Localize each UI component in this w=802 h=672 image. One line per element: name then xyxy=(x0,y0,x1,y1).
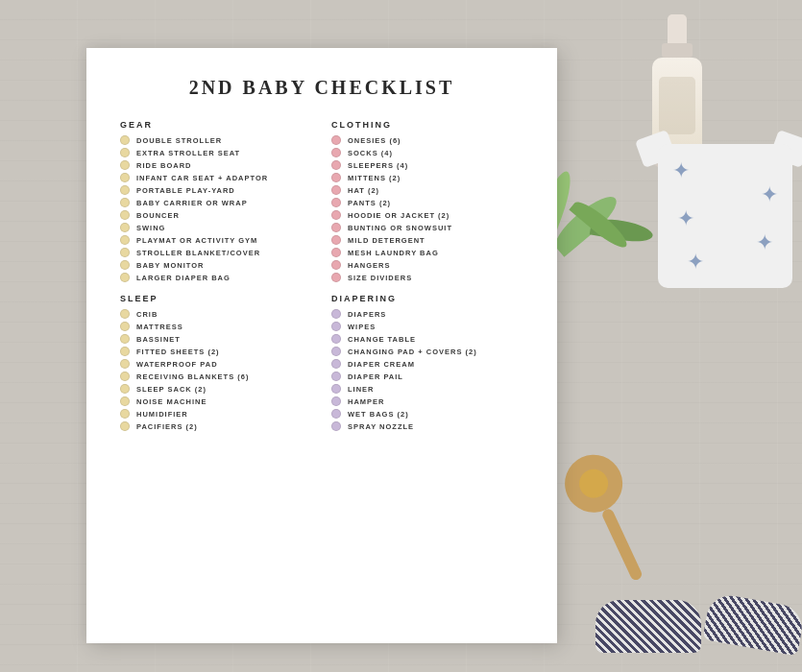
star-icon: ✦ xyxy=(687,250,704,275)
list-item: SIZE DIVIDERS xyxy=(331,273,523,282)
item-label: INFANT CAR SEAT + ADAPTOR xyxy=(136,174,268,182)
bullet-icon xyxy=(331,173,341,182)
bullet-icon xyxy=(120,309,130,319)
item-label: LARGER DIAPER BAG xyxy=(136,274,231,282)
list-item: BOUNCER xyxy=(120,210,312,220)
bullet-icon xyxy=(120,223,130,232)
list-item: WET BAGS (2) xyxy=(331,409,523,419)
star-icon: ✦ xyxy=(672,158,690,183)
item-label: EXTRA STROLLER SEAT xyxy=(136,149,240,157)
bullet-icon xyxy=(120,198,130,207)
bullet-icon xyxy=(331,248,341,257)
item-label: STROLLER BLANKET/COVER xyxy=(136,249,260,257)
star-icon: ✦ xyxy=(756,230,773,255)
onesie: ✦ ✦ ✦ ✦ ✦ xyxy=(639,106,802,298)
bullet-icon xyxy=(331,223,341,232)
list-item: MITTENS (2) xyxy=(331,173,523,182)
item-label: DIAPERS xyxy=(348,310,386,319)
item-label: SPRAY NOZZLE xyxy=(348,422,414,431)
list-item: FITTED SHEETS (2) xyxy=(120,347,312,356)
list-item: EXTRA STROLLER SEAT xyxy=(120,148,312,157)
bullet-icon xyxy=(120,273,130,282)
list-item: SWING xyxy=(120,223,312,232)
page-title: 2ND BABY CHECKLIST xyxy=(120,77,523,99)
list-item: LARGER DIAPER BAG xyxy=(120,273,312,282)
bullet-icon xyxy=(331,160,341,170)
bullet-icon xyxy=(331,359,341,369)
item-label: DIAPER PAIL xyxy=(348,372,403,381)
list-item: PANTS (2) xyxy=(331,198,523,207)
bullet-icon xyxy=(331,372,341,381)
bullet-icon xyxy=(331,273,341,282)
list-item: BASSINET xyxy=(120,334,312,344)
bullet-icon xyxy=(331,148,341,157)
checklist-content: GEAR DOUBLE STROLLER EXTRA STROLLER SEAT… xyxy=(120,120,523,447)
list-item: CHANGE TABLE xyxy=(331,334,523,344)
list-item: HAMPER xyxy=(331,396,523,406)
gear-section-title: GEAR xyxy=(120,120,312,130)
bullet-icon xyxy=(331,309,341,319)
item-label: PACIFIERS (2) xyxy=(136,422,198,431)
list-item: HUMIDIFIER xyxy=(120,409,312,419)
list-item: PACIFIERS (2) xyxy=(120,421,312,431)
bullet-icon xyxy=(331,409,341,419)
list-item: SLEEPERS (4) xyxy=(331,160,523,170)
list-item: CRIB xyxy=(120,309,312,319)
item-label: CHANGING PAD + COVERS (2) xyxy=(348,348,477,356)
list-item: LINER xyxy=(331,384,523,394)
list-item: MATTRESS xyxy=(120,322,312,331)
item-label: HANGERS xyxy=(348,261,391,270)
clothing-section: CLOTHING ONESIES (6) SOCKS (4) SLEEPERS … xyxy=(331,120,523,434)
star-icon: ✦ xyxy=(677,206,694,231)
item-label: MATTRESS xyxy=(136,323,183,331)
list-item: SOCKS (4) xyxy=(331,148,523,157)
list-item: RIDE BOARD xyxy=(120,160,312,170)
bullet-icon xyxy=(120,396,130,406)
item-label: SWING xyxy=(136,224,165,232)
bullet-icon xyxy=(331,210,341,220)
bullet-icon xyxy=(120,347,130,356)
baby-shoes xyxy=(595,600,802,653)
list-item: ONESIES (6) xyxy=(331,135,523,145)
bullet-icon xyxy=(331,347,341,356)
checklist-paper: 2ND BABY CHECKLIST GEAR DOUBLE STROLLER … xyxy=(86,48,557,643)
bullet-icon xyxy=(331,235,341,245)
item-label: BUNTING OR SNOWSUIT xyxy=(348,224,452,232)
item-label: PANTS (2) xyxy=(348,199,391,207)
item-label: BOUNCER xyxy=(136,211,180,220)
item-label: HAMPER xyxy=(348,397,385,406)
bullet-icon xyxy=(120,260,130,270)
item-label: PLAYMAT OR ACTIVITY GYM xyxy=(136,236,257,245)
diapering-section-title: DIAPERING xyxy=(331,294,523,303)
list-item: HANGERS xyxy=(331,260,523,270)
list-item: NOISE MACHINE xyxy=(120,396,312,406)
item-label: BABY MONITOR xyxy=(136,261,204,270)
item-label: FITTED SHEETS (2) xyxy=(136,348,220,356)
bullet-icon xyxy=(120,322,130,331)
list-item: WIPES xyxy=(331,322,523,331)
item-label: NOISE MACHINE xyxy=(136,397,207,406)
item-label: BABY CARRIER OR WRAP xyxy=(136,199,248,207)
bullet-icon xyxy=(120,334,130,344)
bullet-icon xyxy=(331,322,341,331)
item-label: PORTABLE PLAY-YARD xyxy=(136,186,235,195)
star-icon: ✦ xyxy=(761,182,778,207)
list-item: MILD DETERGENT xyxy=(331,235,523,245)
item-label: CRIB xyxy=(136,310,158,319)
list-item: CHANGING PAD + COVERS (2) xyxy=(331,347,523,356)
list-item: DOUBLE STROLLER xyxy=(120,135,312,145)
bullet-icon xyxy=(331,384,341,394)
list-item: BABY CARRIER OR WRAP xyxy=(120,198,312,207)
list-item: DIAPER PAIL xyxy=(331,372,523,381)
bullet-icon xyxy=(120,421,130,431)
item-label: MILD DETERGENT xyxy=(348,236,425,245)
sleep-section-title: SLEEP xyxy=(120,294,312,303)
list-item: HOODIE OR JACKET (2) xyxy=(331,210,523,220)
bullet-icon xyxy=(120,185,130,195)
list-item: WATERPROOF PAD xyxy=(120,359,312,369)
item-label: WATERPROOF PAD xyxy=(136,360,218,369)
bullet-icon xyxy=(120,135,130,145)
list-item: PLAYMAT OR ACTIVITY GYM xyxy=(120,235,312,245)
bullet-icon xyxy=(331,396,341,406)
list-item: PORTABLE PLAY-YARD xyxy=(120,185,312,195)
